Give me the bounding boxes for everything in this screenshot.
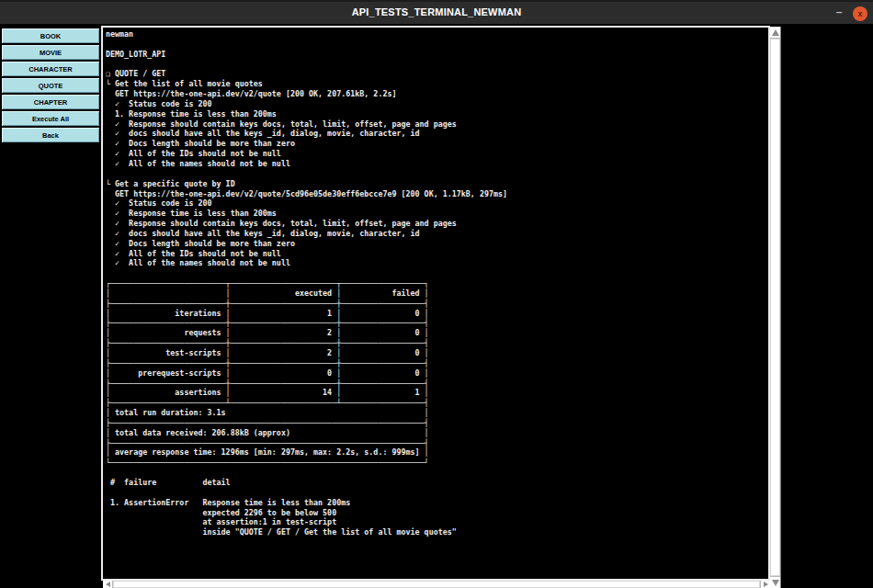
scroll-down-icon[interactable] [770, 576, 780, 588]
minimize-button[interactable]: – [831, 4, 847, 22]
horizontal-scroll-thumb[interactable] [113, 581, 760, 588]
sidebar-item-execute-all[interactable]: Execute All [2, 111, 99, 126]
scroll-up-icon[interactable] [770, 27, 780, 39]
sidebar: BOOK MOVIE CHARACTER QUOTE CHAPTER Execu… [2, 28, 99, 142]
horizontal-scrollbar[interactable] [103, 581, 770, 588]
sidebar-item-chapter[interactable]: CHAPTER [2, 95, 99, 109]
sidebar-item-character[interactable]: CHARACTER [2, 62, 99, 76]
terminal-area[interactable]: newman DEMO_LOTR_API ❏ QUOTE / GET └ Get… [101, 26, 770, 581]
vertical-scroll-thumb[interactable] [770, 39, 780, 576]
terminal-output: newman DEMO_LOTR_API ❏ QUOTE / GET └ Get… [103, 28, 768, 537]
sidebar-item-quote[interactable]: QUOTE [2, 78, 99, 93]
app-window: API_TESTS_TERMINAL_NEWMAN – x BOOK MOVIE… [0, 0, 873, 588]
scroll-right-icon[interactable] [760, 581, 770, 588]
sidebar-item-movie[interactable]: MOVIE [2, 45, 99, 60]
scroll-left-icon[interactable] [103, 581, 113, 588]
vertical-scrollbar[interactable] [770, 27, 781, 588]
window-title: API_TESTS_TERMINAL_NEWMAN [0, 6, 873, 17]
close-button[interactable]: x [853, 6, 867, 21]
sidebar-item-book[interactable]: BOOK [2, 28, 99, 43]
close-icon: x [857, 10, 862, 18]
window-titlebar: API_TESTS_TERMINAL_NEWMAN – x [0, 0, 873, 24]
sidebar-item-back[interactable]: Back [2, 128, 99, 142]
